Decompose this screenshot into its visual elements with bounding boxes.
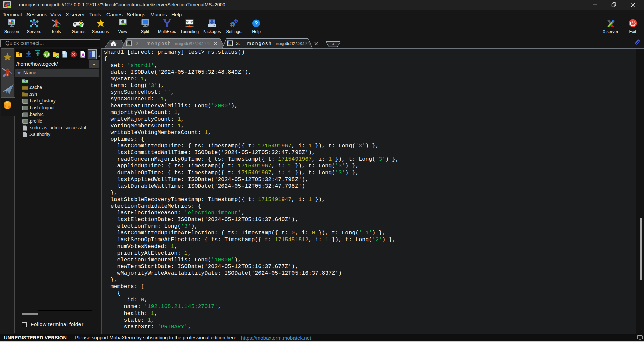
svg-text:mongodb://127.0.0.1:270: mongodb://127.0.0.1:270 [175, 41, 210, 46]
svg-text:mongosh: mongosh [147, 41, 171, 46]
svg-text:+: + [332, 42, 335, 47]
svg-text:A: A [81, 52, 85, 58]
svg-text:mongosh: mongosh [247, 41, 271, 46]
svg-text:mongodb://127.0.0.1:270: mongodb://127.0.0.1:270 [276, 41, 311, 46]
svg-text:3.: 3. [236, 41, 240, 46]
svg-text:2.: 2. [136, 41, 140, 46]
svg-text:?: ? [254, 20, 258, 27]
